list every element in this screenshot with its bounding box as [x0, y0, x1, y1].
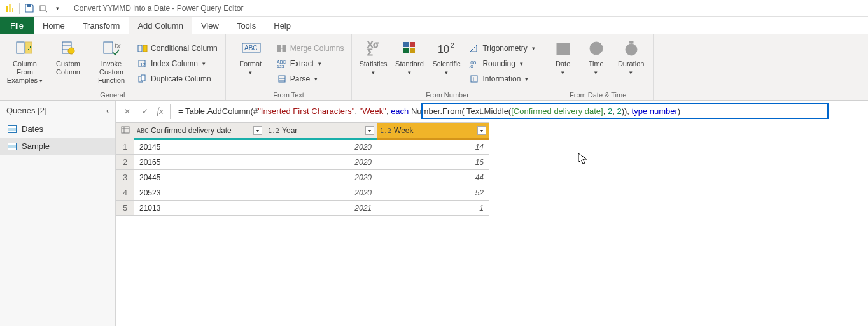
formula-bar: ✕ ✓ fx = Table.AddColumn(#"Inserted Firs… — [116, 101, 868, 122]
cancel-formula-button[interactable]: ✕ — [120, 104, 135, 119]
cell[interactable]: 20445 — [134, 170, 265, 185]
info-icon: i — [469, 74, 479, 84]
format-button[interactable]: ABC Format▾ — [231, 37, 270, 90]
collapse-icon[interactable]: ‹ — [106, 106, 109, 115]
separator — [67, 3, 67, 14]
standard-button[interactable]: Standard▾ — [393, 37, 426, 90]
cell[interactable]: 1 — [377, 201, 489, 216]
tab-add-column[interactable]: Add Column — [129, 17, 192, 34]
cell[interactable]: 16 — [377, 155, 489, 170]
svg-text:2: 2 — [451, 42, 454, 49]
scientific-button[interactable]: 102 Scientific▾ — [430, 37, 463, 90]
cell[interactable]: 44 — [377, 170, 489, 185]
svg-rect-3 — [27, 4, 31, 7]
label: Merge Columns — [290, 44, 344, 53]
standard-icon — [399, 38, 419, 59]
undo-icon[interactable] — [38, 3, 49, 14]
tab-home[interactable]: Home — [34, 17, 74, 34]
merge-icon — [277, 43, 287, 53]
accept-formula-button[interactable]: ✓ — [137, 104, 153, 119]
svg-rect-44 — [122, 127, 129, 133]
column-header-week[interactable]: 1.2 Week ▾ — [377, 123, 489, 139]
tab-view[interactable]: View — [192, 17, 228, 34]
information-button[interactable]: i Information▾ — [466, 73, 537, 85]
duration-icon — [621, 38, 641, 59]
label: Date — [556, 60, 570, 67]
svg-text:i: i — [473, 76, 474, 83]
format-icon: ABC — [241, 38, 261, 59]
trigonometry-button[interactable]: Trigonometry▾ — [466, 42, 537, 55]
tab-transform[interactable]: Transform — [74, 17, 129, 34]
table-row[interactable]: 2 20165 2020 16 — [116, 155, 489, 170]
label: Statistics — [359, 60, 387, 67]
tab-tools[interactable]: Tools — [228, 17, 265, 34]
cell[interactable]: 2020 — [265, 170, 377, 185]
type-icon: ABC — [137, 127, 148, 134]
save-icon[interactable] — [24, 3, 35, 14]
rounding-icon: .00.0 — [469, 59, 479, 69]
svg-text:12: 12 — [140, 62, 146, 67]
column-from-examples-button[interactable]: Column From Examples ▾ — [5, 37, 45, 90]
label: Rounding — [482, 59, 515, 68]
row-number: 1 — [116, 139, 134, 155]
queries-header: Queries [2] ‹ — [0, 101, 115, 120]
cell[interactable]: 20165 — [134, 155, 265, 170]
invoke-custom-function-button[interactable]: fx Invoke Custom Function — [92, 37, 131, 90]
rounding-button[interactable]: .00.0 Rounding▾ — [466, 57, 537, 70]
svg-text:Σ: Σ — [367, 47, 373, 57]
table-row[interactable]: 3 20445 2020 44 — [116, 170, 489, 185]
column-filter-button[interactable]: ▾ — [477, 126, 486, 135]
statistics-icon: XσΣ — [363, 38, 383, 59]
group-from-text: ABC Format▾ Merge Columns ABC123 Extract… — [226, 34, 353, 100]
table-row[interactable]: 4 20523 2020 52 — [116, 185, 489, 201]
svg-rect-4 — [40, 6, 45, 11]
cell[interactable]: 20145 — [134, 139, 265, 155]
formula-input[interactable]: = Table.AddColumn(#"Inserted First Chara… — [176, 105, 864, 117]
column-name: Week — [394, 126, 475, 135]
table-row[interactable]: 1 20145 2020 14 — [116, 139, 489, 155]
cell[interactable]: 2020 — [265, 185, 377, 201]
svg-text:10: 10 — [438, 44, 449, 55]
svg-rect-1 — [9, 4, 11, 12]
svg-point-41 — [626, 44, 637, 55]
corner-cell[interactable] — [116, 123, 134, 139]
svg-text:.0: .0 — [469, 64, 473, 68]
cell[interactable]: 20523 — [134, 185, 265, 201]
custom-column-icon — [58, 38, 78, 59]
index-column-button[interactable]: 12 Index Column▾ — [135, 57, 220, 70]
cell[interactable]: 2020 — [265, 155, 377, 170]
title-bar: ▾ Convert YYMMD into a Date - Power Quer… — [0, 0, 868, 17]
table-row[interactable]: 5 21013 2021 1 — [116, 201, 489, 216]
svg-rect-38 — [557, 43, 570, 55]
svg-rect-2 — [12, 8, 13, 12]
label: Custom Column — [56, 60, 80, 76]
custom-column-button[interactable]: Custom Column — [48, 37, 88, 90]
time-button: Time▾ — [582, 37, 611, 90]
query-item-sample[interactable]: Sample — [0, 138, 115, 155]
cell[interactable]: 2020 — [265, 139, 377, 155]
column-filter-button[interactable]: ▾ — [253, 126, 262, 135]
column-filter-button[interactable]: ▾ — [365, 126, 374, 135]
column-header-confirmed-date[interactable]: ABC Confirmed delivery date ▾ — [134, 123, 265, 139]
tab-file[interactable]: File — [0, 17, 34, 34]
duplicate-column-button[interactable]: Duplicate Column — [135, 73, 220, 85]
query-item-dates[interactable]: Dates — [0, 120, 115, 138]
label: Scientific — [432, 60, 460, 67]
cell[interactable]: 14 — [377, 139, 489, 155]
label: Information — [482, 74, 521, 83]
parse-button[interactable]: Parse▾ — [274, 73, 347, 85]
label: Duration — [618, 60, 645, 67]
cell[interactable]: 2021 — [265, 201, 377, 216]
conditional-column-button[interactable]: Conditional Column — [135, 42, 220, 55]
window-title: Convert YYMMD into a Date - Power Query … — [74, 4, 244, 13]
extract-button[interactable]: ABC123 Extract▾ — [274, 57, 347, 70]
fx-icon[interactable]: fx — [155, 104, 171, 119]
column-header-year[interactable]: 1.2 Year ▾ — [265, 123, 377, 139]
cell[interactable]: 21013 — [134, 201, 265, 216]
cell[interactable]: 52 — [377, 185, 489, 201]
qat-dropdown-icon[interactable]: ▾ — [52, 3, 63, 14]
group-general: Column From Examples ▾ Custom Column fx … — [0, 34, 226, 100]
label: Extract — [290, 59, 314, 68]
tab-help[interactable]: Help — [265, 17, 300, 34]
svg-rect-22 — [283, 45, 286, 52]
